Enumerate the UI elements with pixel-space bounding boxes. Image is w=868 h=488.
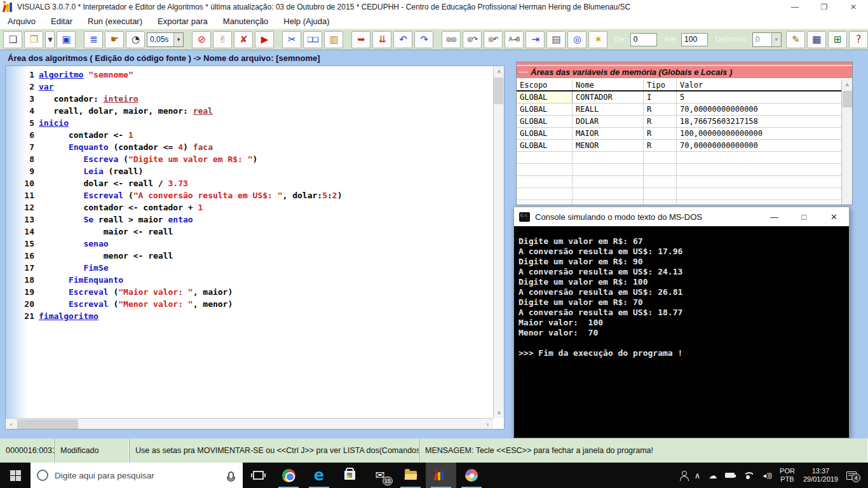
ascii-table-button[interactable]: ⊞ — [828, 31, 847, 48]
variable-cell[interactable]: GLOBAL — [517, 140, 573, 151]
open-file-dropdown[interactable]: ▾ — [45, 31, 55, 48]
variable-cell[interactable]: CONTADOR — [573, 92, 644, 103]
variable-row-maior[interactable]: GLOBALMAIORR100,00000000000000 — [517, 128, 841, 140]
store-button[interactable] — [334, 463, 365, 488]
save-button[interactable]: ▣ — [57, 31, 76, 48]
edge-button[interactable]: e — [304, 463, 334, 488]
wifi-icon[interactable] — [743, 472, 753, 479]
variable-cell[interactable]: 100,00000000000000 — [677, 128, 841, 139]
variable-cell[interactable]: 18,76675603217158 — [677, 116, 841, 127]
undo-button[interactable]: ↶ — [393, 31, 412, 48]
menu-item-help-ajuda[interactable]: Help (Ajuda) — [283, 17, 329, 26]
chevron-down-icon[interactable]: ▾ — [173, 33, 183, 46]
variable-cell[interactable]: R — [644, 140, 677, 151]
notification-center-button[interactable]: 4 — [846, 471, 857, 480]
paste-button[interactable]: ▥ — [324, 31, 343, 48]
calculator-button[interactable]: ▦ — [807, 31, 826, 48]
stop-button[interactable]: ⊘ — [192, 31, 211, 48]
help-book-button[interactable]: ? — [849, 31, 868, 48]
variable-cell[interactable]: DOLAR — [573, 116, 644, 127]
indent-block-button[interactable]: ⇥ — [526, 31, 545, 48]
volume-icon[interactable]: ◄))) — [761, 472, 771, 479]
highlight-exec-line-button[interactable]: ☛ — [105, 31, 124, 48]
code-editor[interactable]: 1algoritmo "semnome"2var3 contador: inte… — [5, 65, 505, 430]
variable-cell[interactable]: GLOBAL — [517, 116, 573, 127]
auto-indent-button[interactable]: ≣ — [84, 31, 103, 48]
mail-button[interactable]: ✉ 15 — [365, 463, 395, 488]
variable-cell[interactable]: R — [644, 116, 677, 127]
people-icon[interactable] — [681, 473, 686, 478]
de-input[interactable] — [630, 33, 657, 46]
close-button[interactable]: ✕ — [839, 0, 868, 14]
taskbar-search-input[interactable]: Digite aqui para pesquisar — [31, 463, 243, 488]
menu-item-exportar-para[interactable]: Exportar para — [158, 17, 208, 26]
language-indicator[interactable]: POR PTB — [780, 467, 795, 484]
menu-item-run-executar[interactable]: Run (executar) — [88, 17, 142, 26]
variable-row-contador[interactable]: GLOBALCONTADORI5 — [517, 92, 841, 104]
task-view-button[interactable] — [243, 463, 273, 488]
variable-cell[interactable]: GLOBAL — [517, 128, 573, 139]
console-maximize-button[interactable]: □ — [789, 207, 819, 226]
console-close-button[interactable]: ✕ — [819, 207, 849, 226]
syntax-check-button[interactable]: ✶ — [588, 31, 607, 48]
variable-cell[interactable]: R — [644, 104, 677, 115]
find-button[interactable]: ◎◎ — [442, 31, 461, 48]
pause-button[interactable]: ✌ — [213, 31, 232, 48]
variable-cell[interactable]: 5 — [677, 92, 841, 103]
menu-item-manuten-o[interactable]: Manutenção — [223, 17, 269, 26]
cut-button[interactable]: ✂ — [282, 31, 301, 48]
menu-item-editar[interactable]: Editar — [51, 17, 72, 26]
print-preview-button[interactable]: ◎ — [567, 31, 587, 48]
variable-cell[interactable]: MAIOR — [573, 128, 644, 139]
variable-cell[interactable]: 70,00000000000000 — [677, 140, 841, 151]
visualg-taskbar-button[interactable]: ? — [426, 463, 456, 488]
onedrive-icon[interactable]: ☁ — [709, 471, 717, 480]
taskbar-clock[interactable]: 13:37 29/01/2019 — [803, 467, 838, 484]
code-pane[interactable]: 1algoritmo "semnome"2var3 contador: inte… — [6, 66, 493, 418]
variable-row-menor[interactable]: GLOBALMENORR70,00000000000000 — [517, 140, 841, 152]
print-button[interactable]: ▤ — [546, 31, 566, 48]
scroll-down-icon[interactable]: ˅ — [494, 407, 505, 418]
file-explorer-button[interactable] — [395, 463, 426, 488]
export-block-button[interactable]: ➥ — [351, 31, 370, 48]
scroll-thumb[interactable] — [17, 419, 78, 429]
redo-button[interactable]: ↷ — [414, 31, 433, 48]
open-file-button[interactable]: ❐ — [24, 31, 43, 48]
run-button[interactable]: ▶ — [255, 31, 274, 48]
paint-button[interactable] — [456, 463, 487, 488]
variable-row-dolar[interactable]: GLOBALDOLARR18,76675603217158 — [517, 116, 841, 128]
variable-cell[interactable]: I — [644, 92, 677, 103]
start-button[interactable] — [0, 463, 31, 488]
variable-cell[interactable]: GLOBAL — [517, 92, 573, 103]
copy-button[interactable]: ❏❏ — [303, 31, 322, 48]
scroll-up-icon[interactable]: ˄ — [494, 66, 505, 77]
variable-cell[interactable]: R — [644, 128, 677, 139]
console-minimize-button[interactable]: — — [759, 207, 789, 226]
scroll-up-icon[interactable]: ˄ — [842, 79, 853, 90]
minimize-button[interactable]: — — [780, 0, 810, 14]
delay-combobox[interactable]: 0,05s ▾ — [147, 32, 184, 47]
restore-button[interactable]: ❐ — [810, 0, 839, 14]
find-previous-button[interactable]: ◎↶ — [484, 31, 503, 48]
no-pause-button[interactable]: ✘ — [234, 31, 253, 48]
variables-scrollbar[interactable]: ˄ — [841, 79, 852, 205]
battery-icon[interactable] — [725, 473, 735, 478]
scroll-left-icon[interactable]: ‹ — [6, 419, 17, 430]
scroll-thumb[interactable] — [843, 91, 852, 107]
new-file-button[interactable]: ❏ — [3, 31, 22, 48]
find-next-button[interactable]: ◎↷ — [463, 31, 482, 48]
variable-cell[interactable]: REALL — [573, 104, 644, 115]
variable-row-reall[interactable]: GLOBALREALLR70,00000000000000 — [517, 104, 841, 116]
variable-cell[interactable]: GLOBAL — [517, 104, 573, 115]
menu-item-arquivo[interactable]: Arquivo — [8, 17, 36, 26]
decimais-combobox[interactable]: 0 ▾ — [752, 32, 782, 47]
scroll-thumb[interactable] — [494, 78, 503, 104]
ate-input[interactable] — [681, 33, 708, 46]
variable-cell[interactable]: MENOR — [573, 140, 644, 151]
merge-lines-button[interactable]: ⇊ — [372, 31, 391, 48]
variables-table[interactable]: EscopoNomeTipoValorGLOBALCONTADORI5GLOBA… — [517, 79, 841, 205]
variable-cell[interactable]: 70,00000000000000 — [677, 104, 841, 115]
chevron-up-icon[interactable]: ∧ — [695, 471, 701, 480]
editor-vertical-scrollbar[interactable]: ˄ ˅ — [493, 66, 504, 418]
chrome-button[interactable] — [273, 463, 304, 488]
